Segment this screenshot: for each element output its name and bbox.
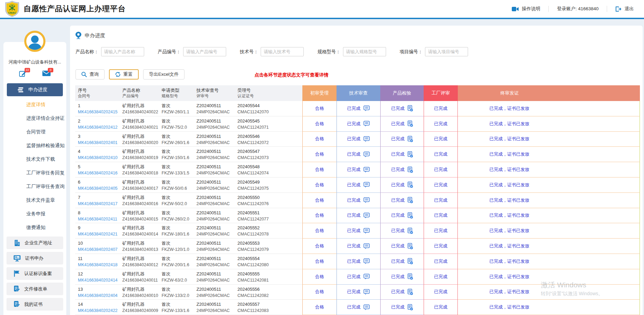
status-link[interactable]: 合格 [315,136,324,142]
sidebar-subitem-technical-file-download[interactable]: 技术文件下载 [3,152,66,166]
status-link[interactable]: 已完成 [391,243,405,249]
status-link[interactable]: 已完成，证书已发放 [490,197,530,203]
spec-model-input[interactable] [343,47,386,56]
status-link[interactable]: 已完成 [434,136,448,142]
comment-icon[interactable] [364,121,370,127]
sidebar-item-certification-mark-filing[interactable]: 认证标识备案 [6,267,63,280]
project-no-input[interactable] [425,47,468,56]
status-link[interactable]: 已完成 [434,121,448,127]
status-link[interactable]: 已完成 [391,105,405,112]
status-link[interactable]: 合格 [315,212,324,218]
status-link[interactable]: 已完成 [391,274,405,280]
status-link[interactable]: 已完成 [391,212,405,218]
status-link[interactable]: 已完成 [347,121,360,127]
status-link[interactable]: 合格 [315,167,324,173]
contract-link[interactable]: MK41663840202407 [78,246,120,253]
status-link[interactable]: 已完成 [434,151,448,157]
document-check-icon[interactable] [408,105,413,112]
search-button[interactable]: 查询 [76,69,105,80]
contract-link[interactable]: MK41663840202404 [78,292,120,299]
document-check-icon[interactable] [408,289,413,295]
status-link[interactable]: 已完成 [434,228,448,234]
contract-link[interactable]: MK41663840202422 [78,307,120,314]
status-link[interactable]: 已完成 [347,212,360,218]
status-link[interactable]: 已完成，证书已发放 [490,258,530,264]
edit-notifications-button[interactable]: 22 [19,70,27,78]
status-link[interactable]: 已完成 [347,274,360,280]
tech-no-input[interactable] [261,47,304,56]
product-code-input[interactable] [183,47,226,56]
sidebar-item-document-modification[interactable]: 文件修改单 [6,283,63,295]
status-link[interactable]: 已完成 [434,105,448,112]
logout-button[interactable]: 退出 [615,6,634,12]
contract-link[interactable]: MK41663840202410 [78,155,120,161]
status-link[interactable]: 已完成 [391,228,405,234]
contract-link[interactable]: MK41663840202412 [78,124,120,131]
status-link[interactable]: 已完成，证书已发放 [490,136,530,142]
help-button[interactable]: 操作说明 [512,6,540,12]
status-link[interactable]: 合格 [315,228,324,234]
comment-icon[interactable] [364,243,370,249]
document-check-icon[interactable] [408,304,413,311]
contract-link[interactable]: MK41663840202415 [78,109,120,115]
status-link[interactable]: 已完成 [347,105,360,112]
status-link[interactable]: 已完成 [434,197,448,203]
status-link[interactable]: 已完成 [434,167,448,173]
status-link[interactable]: 已完成 [434,258,448,264]
status-link[interactable]: 合格 [315,182,324,188]
status-link[interactable]: 已完成 [391,289,405,295]
document-check-icon[interactable] [408,228,413,234]
document-check-icon[interactable] [408,151,413,158]
document-check-icon[interactable] [408,212,413,219]
reset-button[interactable]: 重置 [109,69,139,80]
status-link[interactable]: 已完成，证书已发放 [490,274,530,280]
contract-link[interactable]: MK41663840202421 [78,231,120,238]
status-link[interactable]: 已完成，证书已发放 [490,121,530,127]
sidebar-subitem-contract-management[interactable]: 合同管理 [3,125,66,139]
status-link[interactable]: 合格 [315,121,324,127]
status-link[interactable]: 已完成 [347,228,360,234]
status-link[interactable]: 已完成，证书已发放 [490,304,530,310]
comment-icon[interactable] [364,136,370,142]
status-link[interactable]: 已完成 [434,243,448,249]
contract-link[interactable]: MK41663840202411 [78,216,120,223]
status-link[interactable]: 已完成 [434,182,448,188]
document-check-icon[interactable] [408,182,413,188]
sidebar-subitem-business-declaration[interactable]: 业务申报 [3,207,66,220]
sidebar-subitem-payment-notice[interactable]: 缴费通知 [3,220,66,234]
comment-icon[interactable] [364,258,370,264]
document-check-icon[interactable] [408,136,413,142]
status-link[interactable]: 已完成 [391,151,405,157]
status-link[interactable]: 合格 [315,304,324,310]
status-link[interactable]: 已完成 [347,197,360,203]
status-link[interactable]: 已完成 [434,289,448,295]
sidebar-subitem-factory-review-task-reply[interactable]: 工厂评审任务回复 [3,166,66,180]
contract-link[interactable]: MK41663840202416 [78,170,120,176]
document-check-icon[interactable] [408,120,413,127]
status-link[interactable]: 已完成 [391,182,405,188]
comment-icon[interactable] [364,228,370,234]
comment-icon[interactable] [364,197,370,203]
status-link[interactable]: 合格 [315,289,324,295]
status-link[interactable]: 已完成 [347,289,360,295]
status-link[interactable]: 已完成 [434,304,448,310]
status-link[interactable]: 已完成 [434,212,448,218]
sidebar-item-production-address[interactable]: 企业生产地址 [6,237,63,249]
status-link[interactable]: 已完成，证书已发放 [490,167,530,173]
sidebar-subitem-technical-file-stamp[interactable]: 技术文件盖章 [3,193,66,207]
contract-link[interactable]: MK41663840202418 [78,262,120,268]
status-link[interactable]: 已完成，证书已发放 [490,182,530,188]
document-check-icon[interactable] [408,243,413,249]
sidebar-item-application-progress[interactable]: 申办进度 [7,83,63,96]
contract-link[interactable]: MK41663840202401 [78,140,120,146]
status-link[interactable]: 已完成 [347,136,360,142]
status-link[interactable]: 合格 [315,274,324,280]
contract-link[interactable]: MK41663840202417 [78,201,120,207]
comment-icon[interactable] [364,182,370,188]
document-check-icon[interactable] [408,197,413,203]
status-link[interactable]: 合格 [315,258,324,264]
document-check-icon[interactable] [408,258,413,264]
status-link[interactable]: 已完成 [347,167,360,173]
sidebar-subitem-progress-detail[interactable]: 进度详情 [3,98,66,111]
export-excel-button[interactable]: 导出Excel文件 [143,69,184,80]
